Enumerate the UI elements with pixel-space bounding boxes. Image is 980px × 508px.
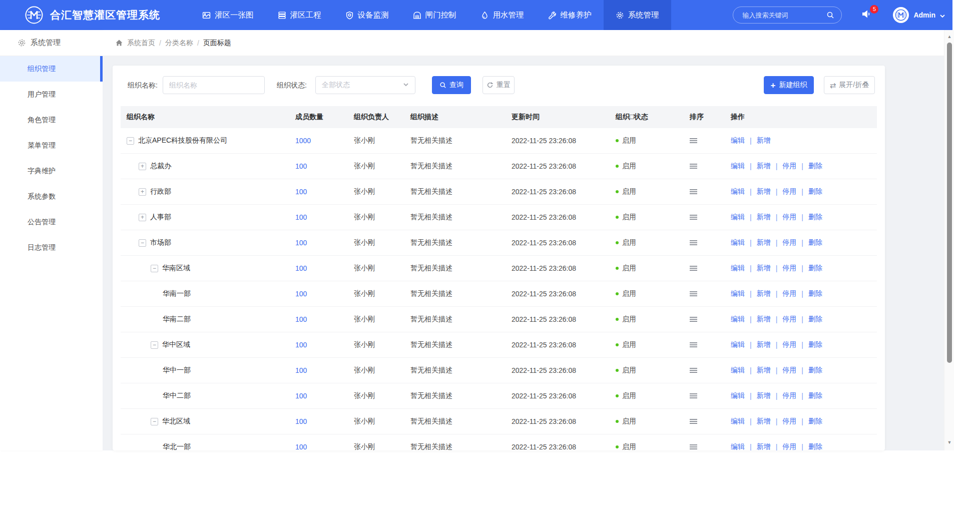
scrollbar-down-arrow[interactable]: ▼ <box>944 439 954 445</box>
add-link[interactable]: 新增 <box>757 315 771 324</box>
drag-handle-icon[interactable] <box>690 342 697 347</box>
delete-link[interactable]: 删除 <box>808 162 822 171</box>
edit-link[interactable]: 编辑 <box>731 264 745 273</box>
member-count-link[interactable]: 100 <box>295 341 307 349</box>
delete-link[interactable]: 删除 <box>808 187 822 196</box>
edit-link[interactable]: 编辑 <box>731 391 745 400</box>
disable-link[interactable]: 停用 <box>782 162 796 171</box>
user-menu[interactable]: Admin <box>893 7 945 23</box>
drag-handle-icon[interactable] <box>690 444 697 449</box>
nav-item-6[interactable]: 维修养护 <box>536 0 604 30</box>
delete-link[interactable]: 删除 <box>808 340 822 349</box>
add-link[interactable]: 新增 <box>757 391 771 400</box>
sidebar-item-6[interactable]: 系统参数 <box>0 184 103 209</box>
drag-handle-icon[interactable] <box>690 419 697 424</box>
delete-link[interactable]: 删除 <box>808 391 822 400</box>
member-count-link[interactable]: 100 <box>295 315 307 323</box>
nav-item-5[interactable]: 用水管理 <box>468 0 536 30</box>
collapse-icon[interactable]: − <box>151 341 158 349</box>
query-button[interactable]: 查询 <box>432 76 471 94</box>
create-org-button[interactable]: + 新建组织 <box>764 76 814 94</box>
search-icon[interactable] <box>826 11 834 19</box>
nav-item-1[interactable]: 灌区一张图 <box>190 0 266 30</box>
add-link[interactable]: 新增 <box>757 162 771 171</box>
delete-link[interactable]: 删除 <box>808 417 822 426</box>
global-search-input[interactable] <box>733 7 841 23</box>
drag-handle-icon[interactable] <box>690 393 697 398</box>
delete-link[interactable]: 删除 <box>808 289 822 298</box>
collapse-icon[interactable]: − <box>139 239 146 247</box>
edit-link[interactable]: 编辑 <box>731 340 745 349</box>
notification-button[interactable]: 5 <box>861 9 872 22</box>
member-count-link[interactable]: 100 <box>295 162 307 170</box>
member-count-link[interactable]: 1000 <box>295 137 311 145</box>
edit-link[interactable]: 编辑 <box>731 417 745 426</box>
add-link[interactable]: 新增 <box>757 187 771 196</box>
scrollbar-up-arrow[interactable]: ▲ <box>944 34 954 40</box>
scrollbar-thumb[interactable] <box>947 43 952 363</box>
sidebar-item-1[interactable]: 组织管理 <box>0 56 103 82</box>
sidebar-item-8[interactable]: 日志管理 <box>0 235 103 260</box>
disable-link[interactable]: 停用 <box>782 442 796 450</box>
home-icon[interactable] <box>115 39 123 47</box>
collapse-icon[interactable]: − <box>151 265 158 272</box>
reset-button[interactable]: 重置 <box>482 76 515 94</box>
member-count-link[interactable]: 100 <box>295 417 307 425</box>
edit-link[interactable]: 编辑 <box>731 442 745 450</box>
drag-handle-icon[interactable] <box>690 138 697 143</box>
collapse-icon[interactable]: − <box>151 418 158 425</box>
edit-link[interactable]: 编辑 <box>731 289 745 298</box>
add-link[interactable]: 新增 <box>757 340 771 349</box>
disable-link[interactable]: 停用 <box>782 366 796 375</box>
breadcrumb-home[interactable]: 系统首页 <box>127 39 155 48</box>
add-link[interactable]: 新增 <box>757 213 771 222</box>
disable-link[interactable]: 停用 <box>782 213 796 222</box>
edit-link[interactable]: 编辑 <box>731 162 745 171</box>
expand-icon[interactable]: + <box>139 214 146 221</box>
delete-link[interactable]: 删除 <box>808 213 822 222</box>
drag-handle-icon[interactable] <box>690 215 697 220</box>
add-link[interactable]: 新增 <box>757 289 771 298</box>
org-name-input[interactable] <box>163 76 265 94</box>
member-count-link[interactable]: 100 <box>295 239 307 247</box>
breadcrumb-category[interactable]: 分类名称 <box>165 39 193 48</box>
add-link[interactable]: 新增 <box>757 417 771 426</box>
drag-handle-icon[interactable] <box>690 164 697 169</box>
edit-link[interactable]: 编辑 <box>731 366 745 375</box>
sidebar-item-5[interactable]: 字典维护 <box>0 158 103 184</box>
org-status-select[interactable]: 全部状态 <box>315 76 415 94</box>
disable-link[interactable]: 停用 <box>782 340 796 349</box>
sidebar-item-7[interactable]: 公告管理 <box>0 209 103 235</box>
member-count-link[interactable]: 100 <box>295 188 307 196</box>
delete-link[interactable]: 删除 <box>808 442 822 450</box>
delete-link[interactable]: 删除 <box>808 238 822 247</box>
disable-link[interactable]: 停用 <box>782 391 796 400</box>
drag-handle-icon[interactable] <box>690 291 697 296</box>
disable-link[interactable]: 停用 <box>782 238 796 247</box>
edit-link[interactable]: 编辑 <box>731 187 745 196</box>
sidebar-item-3[interactable]: 角色管理 <box>0 107 103 133</box>
vertical-scrollbar[interactable]: ▲ ▼ <box>944 30 954 450</box>
disable-link[interactable]: 停用 <box>782 264 796 273</box>
delete-link[interactable]: 删除 <box>808 315 822 324</box>
drag-handle-icon[interactable] <box>690 266 697 271</box>
edit-link[interactable]: 编辑 <box>731 315 745 324</box>
drag-handle-icon[interactable] <box>690 368 697 373</box>
disable-link[interactable]: 停用 <box>782 315 796 324</box>
add-link[interactable]: 新增 <box>757 264 771 273</box>
disable-link[interactable]: 停用 <box>782 417 796 426</box>
expand-collapse-button[interactable]: ⇄ 展开/折叠 <box>824 76 875 94</box>
member-count-link[interactable]: 100 <box>295 392 307 400</box>
add-link[interactable]: 新增 <box>757 442 771 450</box>
expand-icon[interactable]: + <box>139 163 146 170</box>
nav-item-7[interactable]: 系统管理 <box>604 0 671 30</box>
sidebar-item-4[interactable]: 菜单管理 <box>0 133 103 158</box>
drag-handle-icon[interactable] <box>690 189 697 194</box>
collapse-icon[interactable]: − <box>127 137 134 145</box>
member-count-link[interactable]: 100 <box>295 290 307 298</box>
member-count-link[interactable]: 100 <box>295 443 307 450</box>
disable-link[interactable]: 停用 <box>782 187 796 196</box>
member-count-link[interactable]: 100 <box>295 213 307 221</box>
nav-item-2[interactable]: 灌区工程 <box>266 0 333 30</box>
delete-link[interactable]: 删除 <box>808 366 822 375</box>
